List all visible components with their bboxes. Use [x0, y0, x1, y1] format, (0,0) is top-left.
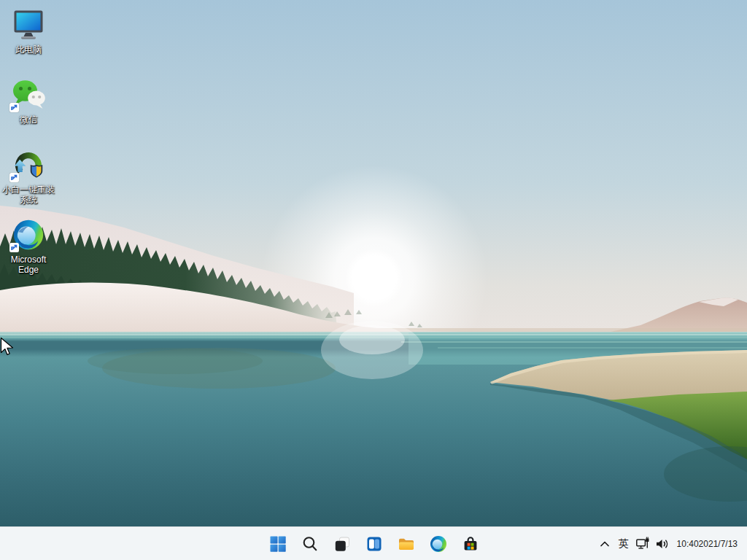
ime-label: 英 [619, 537, 629, 551]
start-button[interactable] [263, 529, 293, 559]
taskbar-center-buttons [263, 529, 485, 559]
clock-time: 10:40 [677, 539, 699, 550]
show-hidden-icons-button[interactable] [595, 529, 614, 559]
widgets-button[interactable] [360, 529, 389, 559]
desktop-icon-xiaobai-reinstall[interactable]: 小白一键重装系统 [1, 147, 56, 205]
ethernet-icon [634, 535, 651, 553]
volume-button[interactable] [652, 529, 671, 559]
shortcut-arrow-icon [9, 243, 19, 252]
icon-label: 小白一键重装系统 [1, 184, 56, 205]
wallpaper-lake-landscape [0, 0, 747, 526]
chevron-up-icon [596, 535, 614, 553]
system-tray: 英 [595, 527, 747, 560]
volume-icon [653, 535, 670, 553]
clock-date: 2021/7/13 [699, 539, 738, 550]
edge-swirl-icon [430, 535, 447, 553]
microsoft-store-button[interactable] [456, 529, 485, 559]
monitor-icon [12, 9, 44, 41]
overlapping-squares-icon [333, 535, 351, 553]
network-button[interactable] [633, 529, 652, 559]
icon-label: 此电脑 [15, 44, 42, 55]
icon-label: Microsoft Edge [1, 254, 56, 275]
shortcut-arrow-icon [9, 173, 19, 182]
desktop-icon-this-pc[interactable]: 此电脑 [1, 7, 56, 55]
desktop-icon-microsoft-edge[interactable]: Microsoft Edge [1, 217, 56, 275]
task-view-button[interactable] [328, 529, 357, 559]
edge-button[interactable] [424, 529, 453, 559]
file-explorer-button[interactable] [392, 529, 421, 559]
folder-icon [398, 535, 415, 553]
ime-language-indicator[interactable]: 英 [614, 529, 633, 559]
desktop-area[interactable]: 此电脑 微 [0, 0, 747, 526]
clock[interactable]: 10:40 2021/7/13 [677, 529, 738, 559]
widgets-board-icon [365, 535, 383, 553]
windows-logo-icon [269, 535, 287, 553]
shortcut-arrow-icon [9, 103, 19, 112]
shopping-bag-icon [462, 535, 479, 553]
desktop-icon-wechat[interactable]: 微信 [1, 77, 56, 125]
search-button[interactable] [295, 529, 325, 559]
magnifier-icon [301, 535, 319, 553]
icon-label: 微信 [20, 114, 37, 125]
mouse-cursor [0, 337, 15, 357]
taskbar: 英 [0, 526, 747, 560]
windows-11-desktop: 此电脑 微 [0, 0, 747, 560]
